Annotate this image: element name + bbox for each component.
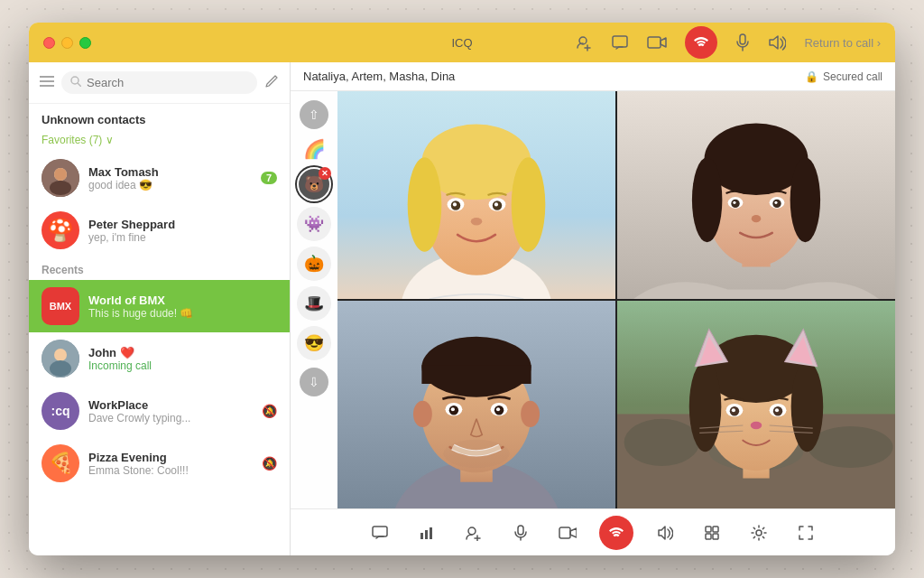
contact-preview-peter: yep, i'm fine [88, 231, 277, 244]
end-call-button[interactable] [685, 26, 717, 59]
compose-icon[interactable] [264, 74, 279, 92]
search-input[interactable] [87, 76, 248, 89]
contact-preview-pizza: Emma Stone: Cool!!! [88, 464, 253, 477]
contact-name-peter: Peter Sheppard [88, 218, 277, 231]
svg-point-32 [471, 218, 483, 225]
badge-max: 7 [261, 172, 277, 184]
speaker-ctrl-button[interactable] [650, 517, 680, 548]
call-participants: Nataliya, Artem, Masha, Dina [303, 70, 455, 83]
svg-rect-5 [740, 34, 745, 44]
contact-info-workplace: WorkPlace Dave Crowly typing... [88, 398, 253, 424]
contact-preview-john: Incoming call [88, 359, 277, 372]
settings-ctrl-button[interactable] [744, 517, 774, 548]
favorites-label[interactable]: Favorites (7) ∨ [29, 130, 290, 152]
search-icon [70, 76, 81, 89]
svg-line-11 [78, 83, 81, 87]
window-title: ICQ [451, 36, 472, 50]
svg-rect-82 [373, 527, 387, 536]
add-participant-ctrl-button[interactable] [458, 517, 489, 548]
svg-rect-93 [713, 527, 718, 532]
filter-panel: ⇧ 🌈 🐻 ✕ 👾 🎃 🎩 😎 ⇩ [291, 91, 337, 508]
svg-rect-51 [421, 365, 531, 384]
contact-info-pizza: Pizza Evening Emma Stone: Cool!!! [88, 451, 253, 477]
avatar-peter: 🍄 [42, 211, 79, 249]
svg-point-53 [521, 401, 540, 427]
svg-point-76 [775, 408, 779, 412]
maximize-button[interactable] [79, 37, 91, 49]
contact-item-workplace[interactable]: :cq WorkPlace Dave Crowly typing... 🔕 [29, 385, 290, 437]
contact-list: Unknown contacts Favorites (7) ∨ Max Tom… [29, 104, 290, 555]
close-button[interactable] [43, 37, 55, 49]
minimize-button[interactable] [61, 37, 73, 49]
svg-point-45 [752, 215, 761, 222]
contact-preview-workplace: Dave Crowly typing... [88, 412, 253, 424]
contact-item-pizza[interactable]: 🍕 Pizza Evening Emma Stone: Cool!!! 🔕 [29, 437, 290, 489]
svg-point-59 [496, 407, 500, 411]
grid-ctrl-button[interactable] [697, 517, 727, 548]
svg-point-38 [790, 157, 820, 242]
secured-label: Secured call [823, 70, 882, 83]
video-cell-2 [617, 91, 895, 299]
svg-point-44 [774, 201, 777, 204]
video-cell-1 [337, 91, 615, 299]
svg-point-14 [50, 181, 71, 195]
contact-preview-bmx: This is huge dude! 👊 [88, 307, 277, 320]
contact-item-bmx[interactable]: BMX World of BMX This is huge dude! 👊 [29, 280, 290, 332]
contact-name-pizza: Pizza Evening [88, 451, 253, 464]
tophat-filter-button[interactable]: 🎩 [297, 286, 331, 321]
svg-rect-4 [648, 37, 661, 48]
chat-icon[interactable] [611, 33, 629, 51]
svg-rect-3 [613, 36, 627, 47]
alien-filter-button[interactable]: 👾 [297, 207, 331, 241]
mute-icon-pizza: 🔕 [262, 456, 277, 471]
svg-point-75 [732, 408, 735, 412]
call-panel: Nataliya, Artem, Masha, Dina 🔒 Secured c… [291, 62, 895, 555]
end-call-ctrl-button[interactable] [599, 516, 633, 550]
contact-info-peter: Peter Sheppard yep, i'm fine [88, 218, 277, 244]
video-cell-3 [337, 301, 615, 508]
nyan-sticker-icon[interactable]: 🌈 [301, 136, 328, 162]
call-controls [291, 508, 895, 555]
svg-point-77 [751, 422, 762, 429]
pumpkin-filter-button[interactable]: 🎃 [297, 247, 331, 281]
contact-preview-max: good idea 😎 [88, 179, 252, 191]
mic-ctrl-button[interactable] [505, 517, 536, 548]
svg-point-96 [756, 530, 762, 536]
contact-name-john: John ❤️ [88, 346, 277, 359]
avatar-workplace: :cq [42, 392, 79, 430]
svg-point-65 [808, 426, 893, 468]
mic-icon[interactable] [735, 33, 750, 51]
contact-item-peter[interactable]: 🍄 Peter Sheppard yep, i'm fine [29, 204, 290, 256]
contact-item-max[interactable]: Max Tomash good idea 😎 7 [29, 152, 290, 204]
filter-scroll-down[interactable]: ⇩ [300, 368, 328, 396]
title-bar: ICQ [29, 23, 895, 62]
return-to-call-button[interactable]: Return to call › [804, 36, 881, 50]
add-contact-icon[interactable] [575, 33, 593, 51]
stats-ctrl-button[interactable] [411, 517, 442, 548]
video-call-icon[interactable] [647, 34, 667, 51]
svg-point-18 [50, 360, 71, 377]
menu-icon[interactable] [40, 75, 54, 91]
toolbar: Return to call › [575, 26, 881, 59]
svg-point-24 [408, 157, 442, 252]
filter-scroll-up[interactable]: ⇧ [300, 100, 328, 129]
svg-point-63 [624, 419, 700, 466]
sunglasses-filter-button[interactable]: 😎 [297, 326, 331, 360]
speaker-icon[interactable] [768, 34, 786, 51]
chat-ctrl-button[interactable] [365, 517, 395, 548]
main-content: Unknown contacts Favorites (7) ∨ Max Tom… [29, 62, 895, 555]
sidebar-header [29, 62, 290, 104]
svg-rect-84 [425, 530, 428, 539]
fullscreen-ctrl-button[interactable] [790, 517, 821, 548]
contact-name-bmx: World of BMX [88, 294, 277, 307]
svg-point-30 [453, 202, 457, 206]
svg-point-43 [733, 201, 735, 204]
svg-point-70 [791, 361, 824, 452]
video-cell-4 [617, 301, 895, 508]
contact-item-john[interactable]: John ❤️ Incoming call [29, 332, 290, 385]
contact-info-bmx: World of BMX This is huge dude! 👊 [88, 294, 277, 320]
video-ctrl-button[interactable] [552, 517, 583, 548]
video-grid [337, 91, 895, 508]
bear-filter-button[interactable]: 🐻 ✕ [297, 167, 331, 201]
call-area: ⇧ 🌈 🐻 ✕ 👾 🎃 🎩 😎 ⇩ [291, 91, 895, 508]
